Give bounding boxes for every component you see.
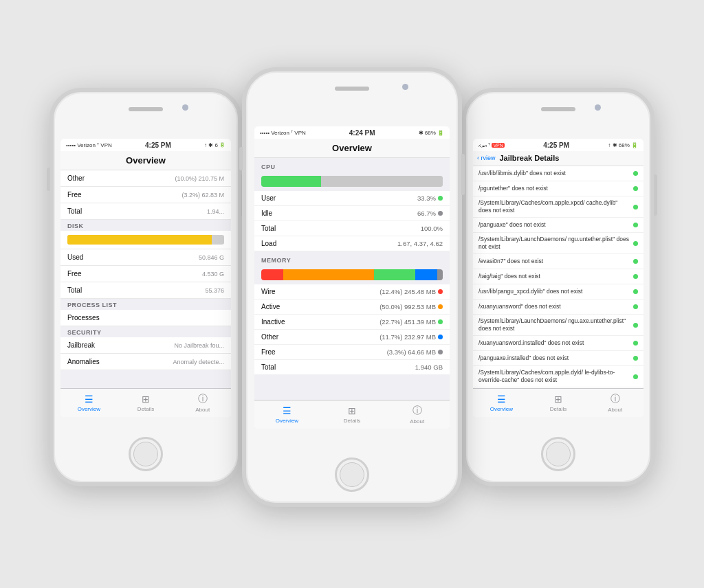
right-tab-about[interactable]: ⓘ About: [586, 393, 644, 413]
right-tab-details[interactable]: ⊞ Details: [530, 394, 587, 412]
center-overview-icon: ☰: [283, 405, 292, 416]
cpu-idle-bar: [321, 176, 443, 187]
mem-active-row: Active (50.0%) 992.53 MB: [254, 299, 450, 315]
mem-other-bar: [415, 269, 437, 280]
jb-dot-5: [633, 259, 638, 264]
left-camera: [182, 104, 188, 111]
cpu-user-row: User 33.3%: [254, 191, 450, 206]
right-nav-title: Jailbreak Details: [500, 154, 644, 162]
jb-dot-9: [633, 323, 638, 328]
left-jailbreak-row[interactable]: Jailbreak No Jailbreak fou...: [60, 337, 231, 354]
left-time: 4:25 PM: [145, 142, 171, 149]
left-home-button[interactable]: [129, 437, 163, 471]
left-free-row: Free (3.2%) 62.83 M: [60, 187, 231, 203]
left-security-header: SECURITY: [60, 326, 231, 337]
left-processes-row[interactable]: Processes: [60, 310, 231, 326]
left-speaker: [129, 107, 163, 111]
center-tab-overview[interactable]: ☰ Overview: [254, 405, 320, 424]
right-overview-icon: ☰: [497, 394, 506, 405]
left-process-header: PROCESS LIST: [60, 299, 231, 310]
left-disk-bar: [67, 235, 224, 245]
left-tab-details[interactable]: ⊞ Details: [118, 394, 175, 412]
memory-section: MEMORY Wire (12.4%) 245.48 MB Active: [254, 251, 450, 375]
center-tab-about-label: About: [410, 418, 424, 425]
center-tab-about[interactable]: ⓘ About: [384, 405, 450, 425]
left-nav-bar: Overview: [60, 151, 231, 170]
mem-wire-bar: [261, 269, 283, 280]
center-home-button[interactable]: [335, 457, 369, 492]
left-disk-header: DISK: [60, 220, 231, 231]
right-screen: ᵣᵢᵤₒₙ ᵀ VPN 4:25 PM ↑ ✱ 68% 🔋 ‹ rview Ja…: [473, 139, 644, 417]
right-time: 4:25 PM: [543, 142, 569, 149]
left-anomalies-row[interactable]: Anomalies Anomaly detecte...: [60, 354, 231, 370]
left-phone: ••••• Verizon ᵀ VPN 4:25 PM ↑ ✱ 6🔋 Overv…: [50, 88, 242, 486]
jb-dot-2: [633, 205, 638, 210]
jb-dot-4: [633, 241, 638, 246]
right-status-bar: ᵣᵢᵤₒₙ ᵀ VPN 4:25 PM ↑ ✱ 68% 🔋: [473, 139, 644, 151]
jb-row-7: /usr/lib/pangu_xpcd.dylib" does not exis…: [473, 284, 644, 299]
right-tab-overview-label: Overview: [490, 406, 513, 412]
jb-dot-12: [633, 374, 638, 379]
jb-dot-6: [633, 274, 638, 279]
left-total-row: Total 1.94...: [60, 203, 231, 220]
center-time: 4:24 PM: [349, 129, 375, 137]
center-tab-details[interactable]: ⊞ Details: [320, 405, 385, 424]
left-tab-details-label: Details: [138, 406, 154, 412]
left-tab-overview-label: Overview: [78, 406, 100, 412]
center-icons: ✱ 68% 🔋: [419, 130, 444, 136]
center-screen: ••••• Verizon ᵀ VPN 4:24 PM ✱ 68% 🔋 Over…: [254, 126, 450, 429]
jb-dot-0: [633, 171, 638, 176]
mem-active-bar: [283, 269, 374, 280]
right-back-button[interactable]: ‹ rview: [473, 155, 500, 161]
inactive-dot: [438, 319, 443, 324]
jb-row-5: /evasi0n7" does not exist: [473, 254, 644, 269]
jb-dot-1: [633, 186, 638, 191]
left-screen: ••••• Verizon ᵀ VPN 4:25 PM ↑ ✱ 6🔋 Overv…: [60, 139, 231, 417]
active-dot: [438, 304, 443, 309]
center-home-button-inner: [340, 462, 364, 487]
wire-dot: [438, 289, 443, 294]
left-tab-bar: ☰ Overview ⊞ Details ⓘ About: [60, 388, 231, 417]
right-tab-about-label: About: [608, 407, 622, 413]
left-home-button-inner: [133, 442, 158, 466]
left-overview-icon: ☰: [85, 394, 94, 405]
cpu-user-bar: [261, 176, 321, 187]
left-nav-title: Overview: [126, 155, 166, 166]
scene: ••••• Verizon ᵀ VPN 4:25 PM ↑ ✱ 6🔋 Overv…: [43, 26, 661, 562]
left-carrier: ••••• Verizon ᵀ VPN: [66, 142, 112, 148]
left-disk-total-row: Total 55.376: [60, 282, 231, 299]
cpu-total-row: Total 100.0%: [254, 221, 450, 236]
right-tab-bar: ☰ Overview ⊞ Details ⓘ About: [473, 388, 644, 417]
left-icons: ↑ ✱ 6🔋: [204, 142, 226, 148]
center-about-icon: ⓘ: [412, 405, 422, 417]
memory-bar: [261, 269, 443, 280]
cpu-idle-dot: [438, 211, 443, 216]
right-nav-bar: ‹ rview Jailbreak Details: [473, 151, 644, 166]
left-tab-about[interactable]: ⓘ About: [174, 393, 231, 413]
left-status-bar: ••••• Verizon ᵀ VPN 4:25 PM ↑ ✱ 6🔋: [60, 139, 231, 151]
mem-free-row: Free (3.3%) 64.66 MB: [254, 345, 450, 360]
center-speaker: [335, 87, 369, 91]
left-tab-overview[interactable]: ☰ Overview: [60, 394, 118, 412]
center-carrier: ••••• Verizon ᵀ VPN: [260, 130, 306, 136]
center-tab-bar: ☰ Overview ⊞ Details ⓘ About: [254, 400, 450, 429]
right-icons: ↑ ✱ 68% 🔋: [608, 142, 638, 148]
right-carrier: ᵣᵢᵤₒₙ ᵀ VPN: [478, 142, 505, 148]
mem-inactive-row: Inactive (22.7%) 451.39 MB: [254, 315, 450, 330]
right-home-button[interactable]: [541, 437, 575, 471]
center-status-bar: ••••• Verizon ᵀ VPN 4:24 PM ✱ 68% 🔋: [254, 126, 450, 139]
right-tab-overview[interactable]: ☰ Overview: [473, 394, 530, 412]
cpu-section: CPU User 33.3% Idle 66.7% Total: [254, 158, 450, 251]
jb-row-3: /panguaxe" does not exist: [473, 218, 644, 233]
jb-dot-3: [633, 223, 638, 227]
left-disk-used-bar: [67, 235, 212, 245]
jb-row-12: /System/Library/Caches/com.apple.dyld/ l…: [473, 366, 644, 387]
jb-row-10: /xuanyuansword.installed" does not exist: [473, 336, 644, 351]
center-details-icon: ⊞: [348, 405, 356, 416]
cpu-user-dot: [438, 196, 443, 201]
right-phone: ᵣᵢᵤₒₙ ᵀ VPN 4:25 PM ↑ ✱ 68% 🔋 ‹ rview Ja…: [462, 88, 654, 486]
jb-row-0: /usr/lib/libmis.dylib" does not exist: [473, 166, 644, 181]
cpu-section-label: CPU: [254, 161, 450, 172]
jb-dot-7: [633, 289, 638, 294]
center-nav-title: Overview: [332, 143, 372, 153]
